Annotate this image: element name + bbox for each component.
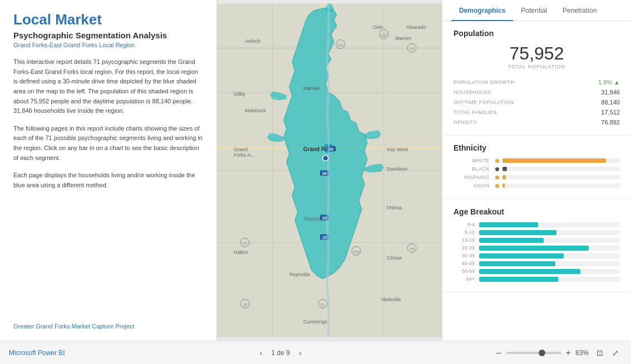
stat-row-daytime: DAYTIME POPULATION 88,140	[453, 97, 620, 107]
svg-text:81: 81	[321, 303, 325, 307]
age-row-2029: 20-29	[453, 245, 620, 251]
population-title: Population	[453, 29, 620, 38]
stat-label-growth: POPULATION GROWTH	[453, 79, 514, 85]
right-panel: Demographics Potential Penetration Popul…	[442, 0, 631, 341]
age-label-5064: 50-64	[453, 268, 475, 274]
svg-text:Nielsville: Nielsville	[381, 297, 401, 302]
age-row-64plus: 64+	[453, 276, 620, 282]
tab-penetration[interactable]: Penetration	[555, 0, 604, 21]
ethnicity-row-white: WHITE	[453, 158, 620, 163]
tabs-bar: Demographics Potential Penetration	[442, 0, 631, 21]
bottom-bar: Microsoft Power BI ‹ 1 de 9 › – + 83% ⊡ …	[0, 341, 631, 364]
age-row-3039: 30-39	[453, 253, 620, 258]
age-label-3039: 30-39	[453, 253, 475, 258]
svg-text:75: 75	[410, 247, 414, 251]
eth-label-hispanic: HISPANIC	[453, 174, 490, 180]
age-label-64plus: 64+	[453, 276, 475, 282]
page-indicator: 1 de 9	[272, 349, 290, 357]
svg-text:Manvel: Manvel	[303, 86, 319, 91]
eth-bar-hispanic-container	[502, 175, 620, 179]
age-bar-3039	[479, 253, 564, 258]
age-bar-4049	[479, 261, 555, 266]
svg-text:29: 29	[322, 172, 327, 176]
eth-bar-hispanic	[502, 175, 506, 179]
age-row-5064: 50-64	[453, 268, 620, 274]
svg-text:Fhilma: Fhilma	[387, 205, 402, 211]
age-bar-5064	[479, 269, 580, 274]
svg-text:Oslo: Oslo	[373, 24, 383, 30]
age-bar-04	[479, 222, 538, 227]
stat-label-families: TOTAL FAMILIES	[453, 109, 497, 115]
age-label-2029: 20-29	[453, 245, 475, 251]
footer-label: Greater Grand Forks Market Capture Proje…	[13, 323, 203, 330]
total-population-value: 75,952	[453, 43, 620, 64]
svg-text:75: 75	[410, 47, 414, 51]
svg-text:Davidson: Davidson	[387, 166, 408, 172]
left-panel: Local Market Psychographic Segmentation …	[0, 0, 217, 341]
stat-value-density: 76.892	[601, 119, 620, 126]
svg-text:220: 220	[381, 33, 387, 37]
svg-text:15: 15	[243, 242, 247, 246]
population-section: Population 75,952 TOTAL POPULATION POPUL…	[442, 21, 631, 136]
age-bar-container-3039	[479, 253, 620, 258]
eth-dot-hispanic	[495, 176, 499, 179]
zoom-plus-button[interactable]: +	[566, 348, 571, 358]
page-navigation: ‹ 1 de 9 ›	[257, 347, 305, 358]
zoom-minus-button[interactable]: –	[496, 348, 501, 358]
ethnicity-section: Ethnicity WHITE BLACK HISPANIC	[442, 136, 631, 200]
age-bar-1319	[479, 238, 544, 243]
svg-text:220: 220	[337, 43, 344, 47]
description-para2: The following pages in this report inclu…	[13, 124, 203, 163]
ethnicity-title: Ethnicity	[453, 143, 620, 152]
main-container: Local Market Psychographic Segmentation …	[0, 0, 631, 364]
svg-text:Ardoch: Ardoch	[245, 38, 261, 44]
map-svg: 29 Warren Alvarado Oslo Ardoch Mekinock …	[217, 0, 442, 341]
report-subtitle: Psychographic Segmentation Analysis	[13, 31, 203, 40]
eth-bar-white-container	[502, 158, 620, 163]
age-bar-container-4049	[479, 261, 620, 266]
eth-label-black: BLACK	[453, 166, 490, 172]
age-label-1319: 13-19	[453, 237, 475, 243]
age-bar-2029	[479, 246, 589, 251]
age-row-04: 0-4	[453, 222, 620, 227]
stat-label-households: HOUSEHOLDS	[453, 89, 491, 95]
svg-text:Forks A...: Forks A...	[234, 152, 255, 158]
ethnicity-row-hispanic: HISPANIC	[453, 174, 620, 180]
svg-text:Cummings: Cummings	[303, 319, 328, 325]
right-icons: ⊡ ⤢	[593, 346, 622, 360]
ethnicity-row-black: BLACK	[453, 166, 620, 172]
stat-row-families: TOTAL FAMILIES 17,512	[453, 107, 620, 117]
eth-dot-asian	[495, 184, 499, 188]
zoom-value: 83%	[575, 349, 589, 357]
next-page-button[interactable]: ›	[295, 347, 305, 358]
ethnicity-row-asian: ASIAN	[453, 183, 620, 188]
age-label-04: 0-4	[453, 222, 475, 227]
age-title: Age Breakout	[453, 207, 620, 216]
expand-button[interactable]: ⤢	[609, 346, 622, 360]
description-para3: Each page displays the households living…	[13, 171, 203, 190]
age-bar-64plus	[479, 277, 558, 282]
eth-dot-black	[495, 167, 499, 171]
eth-dot-white	[495, 159, 499, 163]
svg-text:Halton: Halton	[234, 250, 248, 255]
powerbi-link[interactable]: Microsoft Power BI	[9, 349, 65, 357]
age-row-4049: 40-49	[453, 261, 620, 266]
svg-text:Reynolds: Reynolds	[289, 272, 310, 277]
svg-text:Climax: Climax	[387, 255, 402, 261]
eth-bar-black-container	[502, 167, 620, 171]
svg-text:Grand: Grand	[234, 147, 248, 152]
prev-page-button[interactable]: ‹	[257, 347, 266, 358]
svg-text:Key West: Key West	[387, 147, 408, 152]
zoom-thumb	[539, 350, 545, 356]
app-title: Local Market	[13, 11, 203, 28]
eth-bar-white	[502, 158, 606, 163]
tab-potential[interactable]: Potential	[513, 0, 555, 21]
age-row-512: 5-12	[453, 230, 620, 235]
fit-page-button[interactable]: ⊡	[593, 346, 607, 360]
age-bar-container-2029	[479, 246, 620, 251]
zoom-area: – + 83% ⊡ ⤢	[496, 346, 622, 360]
zoom-slider[interactable]	[506, 352, 561, 354]
svg-text:Mekinock: Mekinock	[245, 108, 267, 113]
tab-demographics[interactable]: Demographics	[451, 0, 513, 21]
eth-bar-asian	[502, 183, 505, 188]
